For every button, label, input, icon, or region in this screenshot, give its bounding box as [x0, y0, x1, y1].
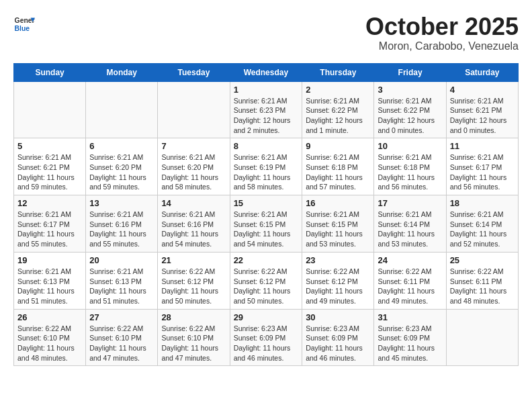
calendar-cell: 1Sunrise: 6:21 AM Sunset: 6:23 PM Daylig… — [230, 81, 302, 138]
day-number: 12 — [17, 198, 82, 208]
calendar-cell: 28Sunrise: 6:22 AM Sunset: 6:10 PM Dayli… — [158, 309, 230, 366]
day-info: Sunrise: 6:21 AM Sunset: 6:22 PM Dayligh… — [306, 96, 370, 136]
day-info: Sunrise: 6:21 AM Sunset: 6:19 PM Dayligh… — [234, 152, 299, 192]
day-info: Sunrise: 6:21 AM Sunset: 6:13 PM Dayligh… — [89, 267, 154, 306]
page-header: General Blue October 2025 Moron, Carabob… — [13, 13, 519, 52]
calendar-week-row: 1Sunrise: 6:21 AM Sunset: 6:23 PM Daylig… — [14, 81, 519, 138]
calendar-week-row: 5Sunrise: 6:21 AM Sunset: 6:21 PM Daylig… — [14, 138, 519, 195]
logo: General Blue — [13, 13, 35, 35]
day-number: 25 — [450, 255, 515, 265]
calendar-cell: 31Sunrise: 6:23 AM Sunset: 6:09 PM Dayli… — [374, 309, 446, 366]
day-number: 16 — [306, 198, 370, 208]
day-info: Sunrise: 6:21 AM Sunset: 6:20 PM Dayligh… — [89, 152, 154, 192]
day-number: 20 — [89, 255, 154, 265]
day-number: 14 — [161, 198, 226, 208]
day-number: 28 — [161, 312, 226, 322]
day-info: Sunrise: 6:21 AM Sunset: 6:20 PM Dayligh… — [161, 152, 226, 192]
calendar-cell: 11Sunrise: 6:21 AM Sunset: 6:17 PM Dayli… — [446, 138, 518, 195]
day-number: 23 — [306, 255, 370, 265]
day-number: 17 — [378, 198, 442, 208]
day-number: 2 — [306, 85, 370, 95]
calendar-cell: 10Sunrise: 6:21 AM Sunset: 6:18 PM Dayli… — [374, 138, 446, 195]
calendar-cell: 5Sunrise: 6:21 AM Sunset: 6:21 PM Daylig… — [14, 138, 86, 195]
weekday-header-sunday: Sunday — [14, 63, 86, 81]
month-title: October 2025 — [365, 13, 519, 40]
day-number: 1 — [234, 85, 299, 95]
day-number: 22 — [234, 255, 299, 265]
calendar-cell: 4Sunrise: 6:21 AM Sunset: 6:21 PM Daylig… — [446, 81, 518, 138]
day-number: 6 — [89, 141, 154, 151]
calendar-cell: 21Sunrise: 6:22 AM Sunset: 6:12 PM Dayli… — [158, 252, 230, 309]
calendar-cell: 7Sunrise: 6:21 AM Sunset: 6:20 PM Daylig… — [158, 138, 230, 195]
calendar-week-row: 12Sunrise: 6:21 AM Sunset: 6:17 PM Dayli… — [14, 195, 519, 253]
calendar-cell: 16Sunrise: 6:21 AM Sunset: 6:15 PM Dayli… — [302, 195, 374, 253]
calendar-cell: 29Sunrise: 6:23 AM Sunset: 6:09 PM Dayli… — [230, 309, 302, 366]
calendar-week-row: 19Sunrise: 6:21 AM Sunset: 6:13 PM Dayli… — [14, 252, 519, 309]
day-number: 19 — [17, 255, 82, 265]
day-number: 4 — [450, 85, 515, 95]
calendar-cell: 24Sunrise: 6:22 AM Sunset: 6:11 PM Dayli… — [374, 252, 446, 309]
weekday-header-monday: Monday — [86, 63, 158, 81]
calendar-table: SundayMondayTuesdayWednesdayThursdayFrid… — [13, 63, 519, 367]
day-info: Sunrise: 6:22 AM Sunset: 6:10 PM Dayligh… — [161, 324, 226, 363]
calendar-cell — [446, 309, 518, 366]
calendar-cell: 13Sunrise: 6:21 AM Sunset: 6:16 PM Dayli… — [86, 195, 158, 253]
svg-text:Blue: Blue — [15, 25, 30, 32]
day-number: 3 — [378, 85, 442, 95]
calendar-cell: 27Sunrise: 6:22 AM Sunset: 6:10 PM Dayli… — [86, 309, 158, 366]
day-info: Sunrise: 6:21 AM Sunset: 6:22 PM Dayligh… — [378, 96, 442, 136]
day-info: Sunrise: 6:21 AM Sunset: 6:17 PM Dayligh… — [17, 210, 82, 249]
day-info: Sunrise: 6:23 AM Sunset: 6:09 PM Dayligh… — [306, 324, 370, 363]
logo-icon: General Blue — [13, 13, 35, 35]
day-number: 13 — [89, 198, 154, 208]
weekday-header-tuesday: Tuesday — [158, 63, 230, 81]
day-number: 15 — [234, 198, 299, 208]
day-number: 10 — [378, 141, 442, 151]
calendar-cell: 22Sunrise: 6:22 AM Sunset: 6:12 PM Dayli… — [230, 252, 302, 309]
calendar-cell — [158, 81, 230, 138]
day-info: Sunrise: 6:22 AM Sunset: 6:12 PM Dayligh… — [161, 267, 226, 306]
day-number: 8 — [234, 141, 299, 151]
day-number: 7 — [161, 141, 226, 151]
day-info: Sunrise: 6:22 AM Sunset: 6:11 PM Dayligh… — [378, 267, 442, 306]
day-info: Sunrise: 6:21 AM Sunset: 6:21 PM Dayligh… — [450, 96, 515, 136]
calendar-cell: 19Sunrise: 6:21 AM Sunset: 6:13 PM Dayli… — [14, 252, 86, 309]
day-number: 29 — [234, 312, 299, 322]
day-number: 9 — [306, 141, 370, 151]
calendar-cell: 18Sunrise: 6:21 AM Sunset: 6:14 PM Dayli… — [446, 195, 518, 253]
calendar-cell — [86, 81, 158, 138]
calendar-cell: 3Sunrise: 6:21 AM Sunset: 6:22 PM Daylig… — [374, 81, 446, 138]
day-number: 27 — [89, 312, 154, 322]
calendar-week-row: 26Sunrise: 6:22 AM Sunset: 6:10 PM Dayli… — [14, 309, 519, 366]
day-info: Sunrise: 6:21 AM Sunset: 6:21 PM Dayligh… — [17, 152, 82, 192]
day-number: 5 — [17, 141, 82, 151]
day-info: Sunrise: 6:22 AM Sunset: 6:10 PM Dayligh… — [17, 324, 82, 363]
calendar-cell: 15Sunrise: 6:21 AM Sunset: 6:15 PM Dayli… — [230, 195, 302, 253]
calendar-cell: 12Sunrise: 6:21 AM Sunset: 6:17 PM Dayli… — [14, 195, 86, 253]
location-subtitle: Moron, Carabobo, Venezuela — [365, 40, 519, 52]
weekday-header-wednesday: Wednesday — [230, 63, 302, 81]
calendar-cell: 23Sunrise: 6:22 AM Sunset: 6:12 PM Dayli… — [302, 252, 374, 309]
weekday-header-thursday: Thursday — [302, 63, 374, 81]
day-info: Sunrise: 6:21 AM Sunset: 6:15 PM Dayligh… — [306, 210, 370, 249]
day-number: 26 — [17, 312, 82, 322]
calendar-cell: 9Sunrise: 6:21 AM Sunset: 6:18 PM Daylig… — [302, 138, 374, 195]
day-info: Sunrise: 6:21 AM Sunset: 6:14 PM Dayligh… — [378, 210, 442, 249]
day-info: Sunrise: 6:21 AM Sunset: 6:13 PM Dayligh… — [17, 267, 82, 306]
day-info: Sunrise: 6:21 AM Sunset: 6:16 PM Dayligh… — [89, 210, 154, 249]
day-number: 30 — [306, 312, 370, 322]
weekday-header-saturday: Saturday — [446, 63, 518, 81]
title-block: October 2025 Moron, Carabobo, Venezuela — [365, 13, 519, 52]
calendar-cell: 6Sunrise: 6:21 AM Sunset: 6:20 PM Daylig… — [86, 138, 158, 195]
day-info: Sunrise: 6:21 AM Sunset: 6:14 PM Dayligh… — [450, 210, 515, 249]
day-number: 11 — [450, 141, 515, 151]
calendar-cell: 30Sunrise: 6:23 AM Sunset: 6:09 PM Dayli… — [302, 309, 374, 366]
day-info: Sunrise: 6:21 AM Sunset: 6:17 PM Dayligh… — [450, 152, 515, 192]
day-info: Sunrise: 6:22 AM Sunset: 6:11 PM Dayligh… — [450, 267, 515, 306]
calendar-cell: 2Sunrise: 6:21 AM Sunset: 6:22 PM Daylig… — [302, 81, 374, 138]
day-info: Sunrise: 6:22 AM Sunset: 6:12 PM Dayligh… — [306, 267, 370, 306]
calendar-cell — [14, 81, 86, 138]
day-info: Sunrise: 6:23 AM Sunset: 6:09 PM Dayligh… — [234, 324, 299, 363]
day-number: 18 — [450, 198, 515, 208]
day-number: 21 — [161, 255, 226, 265]
